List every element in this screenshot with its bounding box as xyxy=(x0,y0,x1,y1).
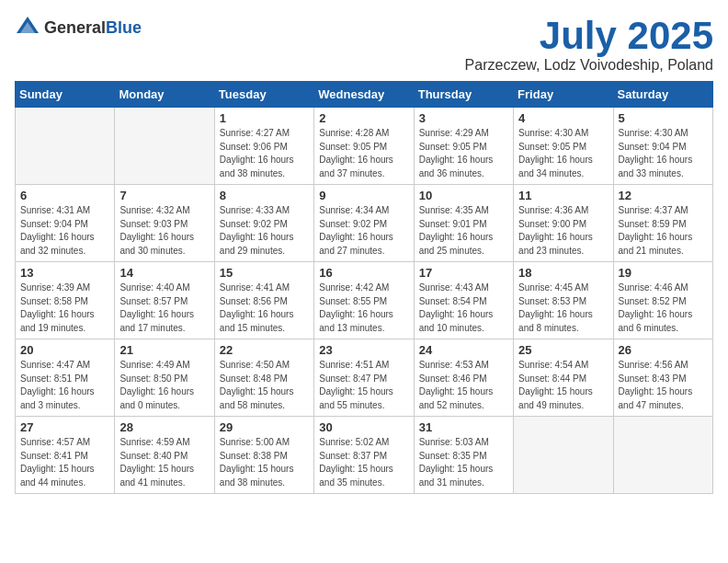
day-number: 5 xyxy=(619,111,708,125)
day-number: 3 xyxy=(419,111,508,125)
calendar-cell: 17Sunrise: 4:43 AM Sunset: 8:54 PM Dayli… xyxy=(414,262,513,339)
calendar-week-row: 27Sunrise: 4:57 AM Sunset: 8:41 PM Dayli… xyxy=(16,417,713,494)
calendar-cell: 9Sunrise: 4:34 AM Sunset: 9:02 PM Daylig… xyxy=(314,185,414,262)
day-detail: Sunrise: 4:54 AM Sunset: 8:44 PM Dayligh… xyxy=(518,359,608,412)
day-detail: Sunrise: 4:35 AM Sunset: 9:01 PM Dayligh… xyxy=(419,204,508,258)
calendar-cell: 3Sunrise: 4:29 AM Sunset: 9:05 PM Daylig… xyxy=(414,108,513,185)
day-number: 23 xyxy=(319,343,408,357)
calendar-week-row: 6Sunrise: 4:31 AM Sunset: 9:04 PM Daylig… xyxy=(16,185,713,262)
day-number: 25 xyxy=(518,343,608,357)
month-title: July 2025 xyxy=(465,15,713,57)
calendar-cell: 2Sunrise: 4:28 AM Sunset: 9:05 PM Daylig… xyxy=(314,108,414,185)
logo-text: GeneralBlue xyxy=(44,18,142,38)
day-detail: Sunrise: 4:33 AM Sunset: 9:02 PM Dayligh… xyxy=(220,204,309,258)
calendar-cell: 29Sunrise: 5:00 AM Sunset: 8:38 PM Dayli… xyxy=(214,417,313,494)
day-detail: Sunrise: 5:02 AM Sunset: 8:37 PM Dayligh… xyxy=(319,436,408,489)
day-detail: Sunrise: 4:50 AM Sunset: 8:48 PM Dayligh… xyxy=(220,359,309,412)
day-detail: Sunrise: 4:56 AM Sunset: 8:43 PM Dayligh… xyxy=(619,359,708,412)
day-detail: Sunrise: 4:31 AM Sunset: 9:04 PM Dayligh… xyxy=(20,204,109,258)
day-detail: Sunrise: 4:47 AM Sunset: 8:51 PM Dayligh… xyxy=(20,359,109,412)
calendar-cell xyxy=(613,417,712,494)
day-number: 27 xyxy=(20,420,109,434)
calendar-cell: 7Sunrise: 4:32 AM Sunset: 9:03 PM Daylig… xyxy=(115,185,214,262)
day-number: 12 xyxy=(619,189,708,202)
day-number: 15 xyxy=(220,266,309,280)
day-number: 13 xyxy=(20,266,109,280)
logo-blue: Blue xyxy=(106,18,142,37)
calendar-cell: 20Sunrise: 4:47 AM Sunset: 8:51 PM Dayli… xyxy=(16,339,115,417)
weekday-header-row: SundayMondayTuesdayWednesdayThursdayFrid… xyxy=(16,82,713,108)
day-detail: Sunrise: 4:32 AM Sunset: 9:03 PM Dayligh… xyxy=(119,204,209,258)
day-detail: Sunrise: 4:40 AM Sunset: 8:57 PM Dayligh… xyxy=(119,282,209,335)
calendar-cell: 11Sunrise: 4:36 AM Sunset: 9:00 PM Dayli… xyxy=(514,185,613,262)
day-number: 29 xyxy=(220,420,309,434)
weekday-header: Thursday xyxy=(414,82,513,108)
weekday-header: Sunday xyxy=(16,82,115,108)
day-number: 9 xyxy=(319,189,408,202)
day-detail: Sunrise: 4:39 AM Sunset: 8:58 PM Dayligh… xyxy=(20,282,109,335)
calendar-cell: 12Sunrise: 4:37 AM Sunset: 8:59 PM Dayli… xyxy=(613,185,712,262)
calendar-cell: 13Sunrise: 4:39 AM Sunset: 8:58 PM Dayli… xyxy=(16,262,115,339)
weekday-header: Monday xyxy=(115,82,214,108)
logo: GeneralBlue xyxy=(15,15,142,40)
calendar-cell: 22Sunrise: 4:50 AM Sunset: 8:48 PM Dayli… xyxy=(214,339,313,417)
day-number: 30 xyxy=(319,420,408,434)
day-number: 28 xyxy=(119,420,209,434)
day-detail: Sunrise: 4:57 AM Sunset: 8:41 PM Dayligh… xyxy=(20,436,109,489)
calendar-cell: 23Sunrise: 4:51 AM Sunset: 8:47 PM Dayli… xyxy=(314,339,414,417)
day-number: 11 xyxy=(518,189,608,202)
day-detail: Sunrise: 4:30 AM Sunset: 9:05 PM Dayligh… xyxy=(518,127,608,180)
location-title: Parzeczew, Lodz Voivodeship, Poland xyxy=(465,57,713,74)
day-detail: Sunrise: 4:27 AM Sunset: 9:06 PM Dayligh… xyxy=(220,127,309,180)
calendar-table: SundayMondayTuesdayWednesdayThursdayFrid… xyxy=(15,81,713,494)
day-detail: Sunrise: 4:51 AM Sunset: 8:47 PM Dayligh… xyxy=(319,359,408,412)
day-number: 10 xyxy=(419,189,508,202)
day-detail: Sunrise: 4:36 AM Sunset: 9:00 PM Dayligh… xyxy=(518,204,608,258)
day-detail: Sunrise: 4:28 AM Sunset: 9:05 PM Dayligh… xyxy=(319,127,408,180)
weekday-header: Wednesday xyxy=(314,82,414,108)
day-detail: Sunrise: 5:03 AM Sunset: 8:35 PM Dayligh… xyxy=(419,436,508,489)
day-detail: Sunrise: 4:41 AM Sunset: 8:56 PM Dayligh… xyxy=(220,282,309,335)
day-number: 17 xyxy=(419,266,508,280)
calendar-cell: 24Sunrise: 4:53 AM Sunset: 8:46 PM Dayli… xyxy=(414,339,513,417)
calendar-week-row: 13Sunrise: 4:39 AM Sunset: 8:58 PM Dayli… xyxy=(16,262,713,339)
calendar-cell: 21Sunrise: 4:49 AM Sunset: 8:50 PM Dayli… xyxy=(115,339,214,417)
weekday-header: Friday xyxy=(514,82,613,108)
day-detail: Sunrise: 5:00 AM Sunset: 8:38 PM Dayligh… xyxy=(220,436,309,489)
calendar-cell: 25Sunrise: 4:54 AM Sunset: 8:44 PM Dayli… xyxy=(514,339,613,417)
day-number: 6 xyxy=(20,189,109,202)
day-detail: Sunrise: 4:37 AM Sunset: 8:59 PM Dayligh… xyxy=(619,204,708,258)
day-detail: Sunrise: 4:59 AM Sunset: 8:40 PM Dayligh… xyxy=(119,436,209,489)
calendar-cell: 31Sunrise: 5:03 AM Sunset: 8:35 PM Dayli… xyxy=(414,417,513,494)
calendar-cell xyxy=(16,108,115,185)
calendar-cell: 1Sunrise: 4:27 AM Sunset: 9:06 PM Daylig… xyxy=(214,108,313,185)
weekday-header: Tuesday xyxy=(214,82,313,108)
day-number: 21 xyxy=(119,343,209,357)
day-detail: Sunrise: 4:30 AM Sunset: 9:04 PM Dayligh… xyxy=(619,127,708,180)
calendar-cell: 30Sunrise: 5:02 AM Sunset: 8:37 PM Dayli… xyxy=(314,417,414,494)
day-detail: Sunrise: 4:43 AM Sunset: 8:54 PM Dayligh… xyxy=(419,282,508,335)
calendar-cell xyxy=(115,108,214,185)
day-detail: Sunrise: 4:42 AM Sunset: 8:55 PM Dayligh… xyxy=(319,282,408,335)
calendar-cell: 15Sunrise: 4:41 AM Sunset: 8:56 PM Dayli… xyxy=(214,262,313,339)
calendar-cell: 5Sunrise: 4:30 AM Sunset: 9:04 PM Daylig… xyxy=(613,108,712,185)
day-detail: Sunrise: 4:45 AM Sunset: 8:53 PM Dayligh… xyxy=(518,282,608,335)
day-number: 20 xyxy=(20,343,109,357)
day-number: 24 xyxy=(419,343,508,357)
calendar-cell: 8Sunrise: 4:33 AM Sunset: 9:02 PM Daylig… xyxy=(214,185,313,262)
day-detail: Sunrise: 4:34 AM Sunset: 9:02 PM Dayligh… xyxy=(319,204,408,258)
calendar-cell: 4Sunrise: 4:30 AM Sunset: 9:05 PM Daylig… xyxy=(514,108,613,185)
calendar-cell xyxy=(514,417,613,494)
calendar-week-row: 20Sunrise: 4:47 AM Sunset: 8:51 PM Dayli… xyxy=(16,339,713,417)
day-detail: Sunrise: 4:29 AM Sunset: 9:05 PM Dayligh… xyxy=(419,127,508,180)
day-detail: Sunrise: 4:49 AM Sunset: 8:50 PM Dayligh… xyxy=(119,359,209,412)
calendar-cell: 14Sunrise: 4:40 AM Sunset: 8:57 PM Dayli… xyxy=(115,262,214,339)
calendar-cell: 26Sunrise: 4:56 AM Sunset: 8:43 PM Dayli… xyxy=(613,339,712,417)
calendar-cell: 27Sunrise: 4:57 AM Sunset: 8:41 PM Dayli… xyxy=(16,417,115,494)
day-number: 19 xyxy=(619,266,708,280)
day-number: 16 xyxy=(319,266,408,280)
calendar-cell: 10Sunrise: 4:35 AM Sunset: 9:01 PM Dayli… xyxy=(414,185,513,262)
calendar-cell: 6Sunrise: 4:31 AM Sunset: 9:04 PM Daylig… xyxy=(16,185,115,262)
day-number: 26 xyxy=(619,343,708,357)
day-number: 18 xyxy=(518,266,608,280)
